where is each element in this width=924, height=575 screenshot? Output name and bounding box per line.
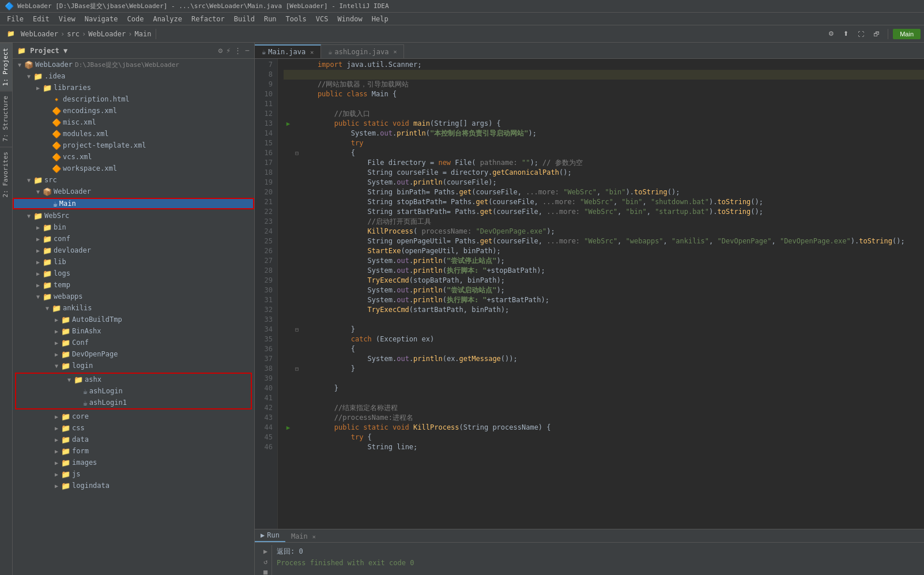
title-bar: 🔷 WebLoader [D:\JBase提交\jbase\WebLoader]…	[0, 0, 924, 13]
tree-temp[interactable]: ▶ 📁 temp	[13, 279, 254, 291]
code-line-9: //网站加载器，引导加载网站	[284, 80, 924, 89]
menu-vcs[interactable]: VCS	[311, 14, 333, 24]
code-line-10: public class Main {	[284, 89, 924, 99]
tree-webapps[interactable]: ▼ 📁 webapps	[13, 291, 254, 302]
side-tab-favorites[interactable]: 2: Favorites	[0, 146, 12, 202]
desc-html-label: description.html	[63, 95, 130, 103]
tree-conf[interactable]: ▶ 📁 conf	[13, 233, 254, 245]
menu-refactor[interactable]: Refactor	[187, 14, 229, 24]
tree-ashlogin[interactable]: ☕ ashLogin	[16, 385, 251, 397]
tree-conf-folder[interactable]: ▶ 📁 Conf	[13, 337, 254, 348]
ashx-label: ashx	[85, 375, 101, 384]
menu-run[interactable]: Run	[259, 14, 281, 24]
play-icon[interactable]: ▶	[263, 547, 267, 555]
menu-file[interactable]: File	[2, 14, 28, 24]
settings-icon[interactable]: ⋮	[234, 46, 242, 55]
devopenpage-label: DevOpenPage	[72, 350, 118, 358]
update-btn[interactable]: ⬆	[840, 29, 852, 39]
tree-binashx[interactable]: ▶ 📁 BinAshx	[13, 325, 254, 337]
tree-logs[interactable]: ▶ 📁 logs	[13, 268, 254, 279]
menu-edit[interactable]: Edit	[28, 14, 54, 24]
tree-idea[interactable]: ▼ 📁 .idea	[13, 70, 254, 82]
webapps-icon: 📁	[43, 292, 52, 301]
menu-tools[interactable]: Tools	[281, 14, 311, 24]
run-tab-icon: ▶	[261, 531, 265, 539]
menu-code[interactable]: Code	[123, 14, 149, 24]
tree-desc-html[interactable]: 🔸 description.html	[13, 93, 254, 105]
root-path: D:\JBase提交\jbase\WebLoader	[75, 61, 179, 69]
tab-ashlogin-label: ashLogin.java	[335, 48, 389, 56]
tree-ankilis[interactable]: ▼ 📁 ankilis	[13, 302, 254, 314]
tree-lib[interactable]: ▶ 📁 lib	[13, 256, 254, 268]
settings-btn[interactable]: ⚙	[825, 29, 838, 39]
menu-help[interactable]: Help	[367, 14, 393, 24]
tree-devopenpage[interactable]: ▶ 📁 DevOpenPage	[13, 348, 254, 360]
minimize-icon[interactable]: −	[245, 46, 250, 55]
tree-logindata[interactable]: ▶ 📁 logindata	[13, 480, 254, 491]
tree-websrc[interactable]: ▼ 📁 WebSrc	[13, 210, 254, 221]
tree-encodings[interactable]: 🔶 encodings.xml	[13, 105, 254, 116]
side-tab-project[interactable]: 1: Project	[0, 43, 12, 91]
tree-misc[interactable]: 🔶 misc.xml	[13, 116, 254, 128]
autobildtmp-label: AutoBuildTmp	[72, 315, 122, 324]
tree-core[interactable]: ▶ 📁 core	[13, 411, 254, 422]
bottom-tab-run[interactable]: ▶ Run	[255, 529, 285, 542]
project-icon-btn[interactable]: 📁	[3, 29, 18, 39]
bottom-tab-main[interactable]: Main ✕	[285, 531, 322, 542]
tree-bin[interactable]: ▶ 📁 bin	[13, 221, 254, 233]
tree-webloader-src[interactable]: ▼ 📦 WebLoader	[13, 186, 254, 197]
project-header: 📁 Project ▼ ⚙ ⚡ ⋮ −	[13, 43, 254, 59]
run-button[interactable]: Main	[893, 29, 921, 39]
tree-modules[interactable]: 🔶 modules.xml	[13, 128, 254, 140]
toolbar-separator	[156, 29, 156, 39]
tab-ashlogin-close[interactable]: ✕	[393, 48, 397, 55]
wl-arrow: ▼	[33, 189, 43, 195]
tree-project-template[interactable]: 🔶 project-template.xml	[13, 140, 254, 151]
tree-ashx[interactable]: ▼ 📁 ashx	[16, 374, 251, 385]
tree-form[interactable]: ▶ 📁 form	[13, 445, 254, 457]
expand-btn[interactable]: ⛶	[854, 29, 868, 39]
filter-icon[interactable]: ⚡	[226, 46, 231, 55]
stop-icon[interactable]: ■	[263, 568, 267, 575]
tree-workspace[interactable]: 🔶 workspace.xml	[13, 163, 254, 174]
conf-label: conf	[54, 235, 70, 243]
tab-main-java[interactable]: ☕ Main.java ✕	[255, 44, 321, 58]
tree-images[interactable]: ▶ 📁 images	[13, 457, 254, 468]
ashlogin1-icon: ☕	[83, 399, 88, 407]
menu-window[interactable]: Window	[333, 14, 367, 24]
tree-autobildtmp[interactable]: ▶ 📁 AutoBuildTmp	[13, 314, 254, 325]
side-tab-structure[interactable]: 7: Structure	[0, 91, 12, 146]
core-icon: 📁	[61, 412, 70, 421]
menu-build[interactable]: Build	[229, 14, 259, 24]
tree-devloader[interactable]: ▶ 📁 devloader	[13, 245, 254, 256]
tree-main-class[interactable]: ☕ Main	[13, 198, 254, 209]
main-tab-close[interactable]: ✕	[312, 533, 316, 540]
project-panel-title: 📁 Project ▼	[17, 47, 218, 55]
tree-data[interactable]: ▶ 📁 data	[13, 434, 254, 445]
temp-icon: 📁	[43, 281, 52, 290]
binashx-label: BinAshx	[72, 327, 101, 335]
tree-src[interactable]: ▼ 📁 src	[13, 174, 254, 186]
toolbar-breadcrumb-webloader: WebLoader	[88, 30, 126, 38]
tab-ashlogin-java[interactable]: ☕ ashLogin.java ✕	[321, 44, 404, 58]
tab-main-close[interactable]: ✕	[310, 49, 314, 55]
tree-libraries[interactable]: ▶ 📁 libraries	[13, 82, 254, 93]
tree-ashlogin1[interactable]: ☕ ashLogin1	[16, 397, 251, 408]
menu-navigate[interactable]: Navigate	[80, 14, 123, 24]
code-content[interactable]: import java.util.Scanner; //网站加载器，引导加载网站	[278, 59, 924, 529]
menu-analyze[interactable]: Analyze	[148, 14, 187, 24]
window-btn[interactable]: 🗗	[870, 29, 883, 39]
run-panel: ▶ ↺ ■ ↑ ↓ 返回: 0 Process finished with ex…	[259, 545, 919, 575]
tree-js[interactable]: ▶ 📁 js	[13, 468, 254, 480]
menu-view[interactable]: View	[54, 14, 80, 24]
toolbar-project-label: WebLoader	[21, 30, 58, 38]
tree-css[interactable]: ▶ 📁 css	[13, 422, 254, 434]
code-line-27: System.out.println("尝试停止站点");	[284, 256, 924, 266]
rerun-icon[interactable]: ↺	[263, 558, 267, 566]
core-label: core	[72, 412, 89, 420]
gear-icon[interactable]: ⚙	[218, 46, 223, 55]
tree-vcs[interactable]: 🔶 vcs.xml	[13, 151, 254, 163]
tree-login[interactable]: ▼ 📁 login	[13, 360, 254, 371]
file-tree: ▼ 📦 WebLoader D:\JBase提交\jbase\WebLoader…	[13, 59, 254, 575]
tree-root[interactable]: ▼ 📦 WebLoader D:\JBase提交\jbase\WebLoader	[13, 59, 254, 70]
